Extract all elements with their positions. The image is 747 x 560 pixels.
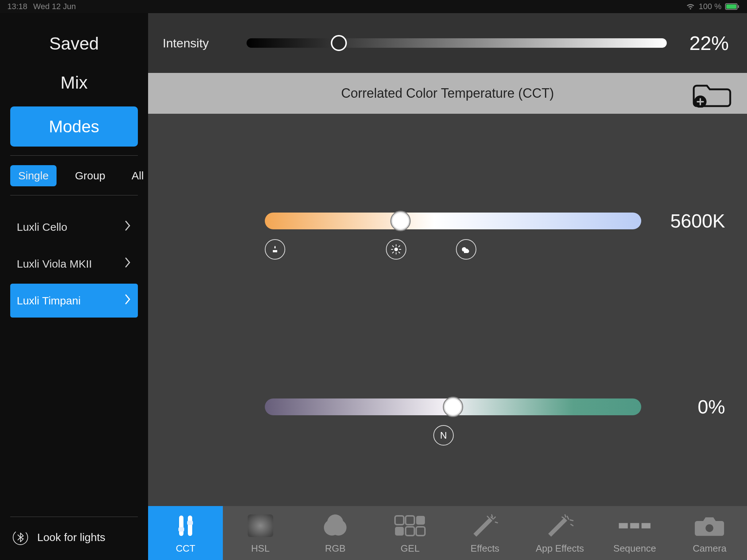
device-item-viola[interactable]: Luxli Viola MKII — [10, 247, 138, 281]
bluetooth-refresh-icon — [12, 529, 28, 545]
svg-rect-6 — [179, 516, 183, 536]
divider — [10, 195, 138, 195]
svg-rect-21 — [619, 523, 628, 528]
wifi-icon — [686, 3, 695, 10]
sun-icon[interactable] — [386, 239, 406, 260]
cct-value: 5600K — [656, 210, 725, 232]
tab-rgb[interactable]: RGB — [298, 506, 373, 560]
tab-sequence[interactable]: Sequence — [597, 506, 672, 560]
svg-rect-20 — [416, 527, 425, 536]
add-to-folder-button[interactable] — [692, 79, 732, 108]
svg-rect-15 — [395, 516, 404, 525]
device-item-timpani[interactable]: Luxli Timpani — [10, 284, 138, 318]
device-item-cello[interactable]: Luxli Cello — [10, 210, 138, 244]
wand-sparkle-icon — [543, 512, 576, 539]
svg-rect-2 — [738, 5, 739, 8]
svg-point-5 — [394, 248, 398, 251]
battery-text: 100 % — [699, 2, 721, 11]
nav-saved[interactable]: Saved — [49, 24, 99, 63]
tab-label: RGB — [325, 543, 345, 554]
device-label: Luxli Cello — [17, 221, 67, 233]
wand-icon — [469, 512, 502, 539]
svg-rect-17 — [416, 516, 425, 525]
scope-tabs: Single Group All — [10, 163, 138, 186]
tab-label: Sequence — [614, 543, 656, 554]
intensity-value: 22% — [678, 32, 729, 54]
svg-point-14 — [327, 514, 343, 530]
main-panel: Intensity 22% Correlated Color Temperatu… — [148, 13, 747, 506]
section-title: Correlated Color Temperature (CCT) — [341, 86, 554, 101]
tab-hsl[interactable]: HSL — [223, 506, 298, 560]
look-for-lights-label: Look for lights — [37, 531, 105, 544]
nav-modes[interactable]: Modes — [10, 106, 138, 147]
scope-all[interactable]: All — [124, 165, 152, 186]
tint-neutral-button[interactable]: N — [433, 425, 454, 446]
venn-icon — [319, 512, 352, 539]
mode-tabs: CCT HSL RGB — [148, 506, 747, 560]
tint-preset-icons: N — [265, 425, 622, 447]
cct-preset-icons — [265, 239, 622, 261]
battery-icon — [725, 3, 740, 10]
divider — [10, 155, 138, 156]
tab-label: HSL — [251, 543, 270, 554]
tint-value: 0% — [656, 396, 725, 418]
tab-label: Camera — [693, 543, 726, 554]
tab-label: Effects — [471, 543, 499, 554]
svg-rect-19 — [406, 527, 414, 536]
sliders-icon — [169, 512, 202, 539]
neutral-label: N — [440, 430, 447, 441]
scope-single[interactable]: Single — [10, 165, 57, 186]
tint-thumb[interactable] — [443, 397, 463, 417]
svg-rect-7 — [188, 516, 192, 536]
tab-app-effects[interactable]: App Effects — [522, 506, 597, 560]
intensity-thumb[interactable] — [331, 35, 347, 51]
cct-slider[interactable] — [265, 213, 641, 229]
tab-camera[interactable]: Camera — [672, 506, 747, 560]
sidebar: Saved Mix Modes Single Group All Luxli C… — [0, 13, 148, 560]
chevron-right-icon — [125, 257, 131, 271]
camera-icon — [693, 512, 726, 539]
status-date: Wed 12 Jun — [33, 2, 76, 11]
tab-cct[interactable]: CCT — [148, 506, 223, 560]
device-list: Luxli Cello Luxli Viola MKII Luxli Timpa… — [10, 207, 138, 318]
tab-label: GEL — [400, 543, 419, 554]
svg-rect-18 — [395, 527, 404, 536]
status-bar: 13:18 Wed 12 Jun 100 % — [0, 0, 747, 13]
svg-rect-9 — [187, 521, 193, 525]
grid-icon — [394, 512, 426, 539]
look-for-lights-button[interactable]: Look for lights — [10, 517, 138, 560]
intensity-row: Intensity 22% — [148, 13, 747, 73]
intensity-label: Intensity — [163, 36, 236, 50]
svg-rect-8 — [178, 527, 184, 532]
cct-row: 5600K — [265, 210, 725, 232]
device-label: Luxli Timpani — [17, 295, 81, 307]
chevron-right-icon — [125, 220, 131, 234]
tint-slider[interactable] — [265, 398, 641, 415]
svg-rect-23 — [642, 523, 651, 528]
device-label: Luxli Viola MKII — [17, 258, 92, 270]
svg-rect-16 — [406, 516, 414, 525]
section-header: Correlated Color Temperature (CCT) — [148, 73, 747, 114]
candle-icon[interactable] — [265, 239, 285, 260]
status-time: 13:18 — [7, 2, 27, 11]
cct-thumb[interactable] — [390, 211, 411, 231]
svg-rect-22 — [630, 523, 639, 528]
hsl-icon — [244, 512, 277, 539]
tab-gel[interactable]: GEL — [373, 506, 448, 560]
tint-row: 0% — [265, 396, 725, 418]
scope-group[interactable]: Group — [67, 165, 113, 186]
nav-mix[interactable]: Mix — [61, 63, 88, 102]
sequence-icon — [618, 512, 651, 539]
tab-effects[interactable]: Effects — [448, 506, 522, 560]
intensity-slider[interactable] — [247, 38, 667, 48]
chevron-right-icon — [125, 294, 131, 307]
cloud-icon[interactable] — [456, 239, 476, 260]
tab-label: CCT — [176, 543, 195, 554]
tab-label: App Effects — [536, 543, 584, 554]
svg-rect-1 — [726, 4, 736, 9]
svg-rect-11 — [248, 514, 273, 537]
